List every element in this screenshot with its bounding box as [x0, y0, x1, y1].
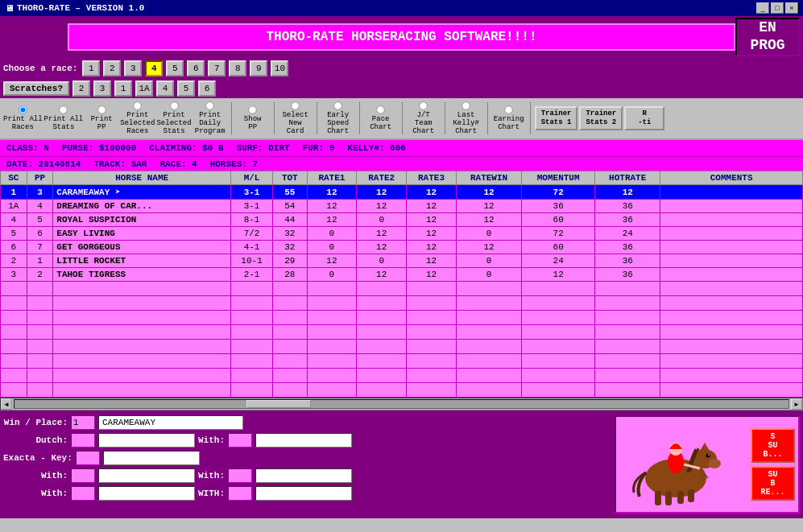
scratch-5[interactable]: 5 — [177, 80, 195, 97]
horse-cartoon-area — [619, 420, 724, 509]
race-btn-1[interactable]: 1 — [82, 60, 100, 76]
with-1-input[interactable] — [71, 468, 95, 483]
dutch-with-input-2[interactable] — [255, 433, 352, 447]
scratch-1[interactable]: 1 — [114, 80, 132, 97]
table-row[interactable]: 21LITTLE ROCKET10-1291201202436 — [1, 254, 803, 268]
purse-info: PURSE: $100000 — [62, 143, 136, 153]
exacta-key-input-2[interactable] — [103, 451, 200, 465]
race-btn-8[interactable]: 8 — [229, 60, 246, 76]
win-place-name-input[interactable] — [98, 415, 243, 430]
table-cell: 28 — [273, 268, 307, 282]
table-cell: ROYAL SUSPICION — [53, 213, 231, 227]
radio-print-all-races[interactable]: Print AllRaces — [3, 105, 43, 132]
r-button[interactable]: R-ti — [624, 106, 664, 130]
table-row[interactable]: 67GET GORGEOUS4-13201212126036 — [1, 241, 803, 254]
title-bar-controls[interactable]: _ □ × — [756, 2, 798, 14]
side-button-1[interactable]: SSUB... — [751, 428, 795, 463]
radio-early-speed-chart[interactable]: EarlySpeedChart — [321, 101, 355, 136]
radio-jt-team-chart[interactable]: J/TTeamChart — [407, 101, 441, 136]
with-row-1-label: With: — [3, 471, 68, 480]
scroll-left-button[interactable]: ◄ — [1, 398, 12, 410]
race-btn-3[interactable]: 3 — [124, 60, 142, 76]
scroll-right-button[interactable]: ► — [791, 398, 802, 410]
table-row[interactable]: 45ROYAL SUSPICION8-14412012126036 — [1, 213, 803, 227]
date-bar: DATE: 20140814 TRACK: SAR RACE: 4 HORSES… — [0, 156, 803, 171]
radio-pace-chart[interactable]: PaceChart — [364, 105, 398, 132]
scrollbar-track[interactable] — [14, 399, 789, 409]
svg-point-5 — [708, 454, 710, 456]
with-capital-input[interactable] — [228, 486, 252, 501]
empty-cell — [407, 383, 457, 398]
radio-print-all-stats[interactable]: Print AllStats — [44, 105, 84, 132]
scratch-4[interactable]: 4 — [156, 80, 174, 97]
bottom-right: SSUB... SUBRE... — [615, 415, 800, 513]
table-cell: 12 — [357, 227, 407, 241]
table-cell: 72 — [522, 185, 595, 200]
radio-print-selected-stats[interactable]: PrintSelectedStats — [156, 101, 191, 136]
empty-cell — [307, 296, 357, 311]
horse-cartoon — [619, 420, 724, 509]
table-cell — [660, 268, 803, 282]
scratch-2[interactable]: 2 — [72, 80, 90, 97]
race-btn-5[interactable]: 5 — [166, 60, 184, 76]
race-btn-7[interactable]: 7 — [208, 60, 226, 76]
empty-cell — [231, 296, 273, 311]
race-btn-10[interactable]: 10 — [271, 60, 288, 76]
horizontal-scrollbar[interactable]: ◄ ► — [0, 398, 803, 410]
fur-info: FUR: 9 — [303, 143, 335, 153]
table-cell: 1A — [1, 200, 27, 213]
table-cell: 44 — [273, 213, 307, 227]
empty-cell — [231, 369, 273, 383]
table-row[interactable]: 1A4DREAMING OF CAR...3-154121212123636 — [1, 200, 803, 213]
empty-cell — [273, 354, 307, 369]
race-btn-2[interactable]: 2 — [103, 60, 121, 76]
race-btn-4[interactable]: 4 — [145, 60, 163, 76]
close-button[interactable]: × — [785, 2, 798, 14]
with-1-input-2[interactable] — [98, 468, 195, 483]
scratches-button[interactable]: Scratches? — [3, 81, 69, 96]
race-btn-9[interactable]: 9 — [250, 60, 267, 76]
radio-print-daily-program[interactable]: PrintDailyProgram — [193, 101, 227, 136]
minimize-button[interactable]: _ — [756, 2, 769, 14]
table-row[interactable]: 32TAHOE TIGRESS2-1280121201236 — [1, 268, 803, 282]
with-2-input-2[interactable] — [98, 486, 195, 501]
table-cell: 4 — [27, 200, 53, 213]
dutch-with-input[interactable] — [228, 433, 252, 447]
with-1-with-input-2[interactable] — [255, 468, 352, 483]
radio-show-pp[interactable]: ShowPP — [236, 105, 270, 132]
empty-cell — [407, 354, 457, 369]
radio-print-pp[interactable]: PrintPP — [85, 105, 118, 132]
scrollbar-thumb[interactable] — [246, 400, 311, 408]
scratch-3[interactable]: 3 — [93, 80, 111, 97]
win-place-num-input[interactable] — [71, 415, 95, 430]
radio-earning-chart[interactable]: EarningChart — [492, 105, 526, 132]
empty-cell — [273, 383, 307, 398]
exacta-key-input[interactable] — [76, 451, 100, 465]
with-label-1: With: — [198, 435, 225, 445]
title-bar: 🖥 THORO-RATE – VERSION 1.0 _ □ × — [0, 0, 803, 16]
table-row[interactable]: 56EASY LIVING7/2320121207224 — [1, 227, 803, 241]
dutch-input-1[interactable] — [71, 433, 95, 447]
race-btn-6[interactable]: 6 — [187, 60, 205, 76]
radio-select-new-card[interactable]: SelectNewCard — [279, 101, 313, 136]
dutch-input-2[interactable] — [98, 433, 195, 447]
table-cell: 54 — [273, 200, 307, 213]
scratch-1a[interactable]: 1A — [135, 80, 153, 97]
with-capital-input-2[interactable] — [255, 486, 352, 501]
maximize-button[interactable]: □ — [771, 2, 784, 14]
empty-cell — [27, 325, 53, 340]
date-info: DATE: 20140814 — [6, 159, 81, 169]
empty-cell — [357, 369, 407, 383]
trainer-stats-1-button[interactable]: TrainerStats 1 — [535, 106, 578, 130]
radio-last-kelly-chart[interactable]: LastKelly#Chart — [449, 101, 483, 136]
side-button-2[interactable]: SUBRE... — [751, 466, 795, 501]
with-1-with-input[interactable] — [228, 468, 252, 483]
empty-cell — [522, 282, 595, 296]
scratch-6[interactable]: 6 — [198, 80, 216, 97]
table-row[interactable]: 13CARAMEAWAY ➤3-155121212127212 — [1, 185, 803, 200]
col-comments: COMMENTS — [660, 171, 803, 185]
trainer-stats-2-button[interactable]: TrainerStats 2 — [579, 106, 623, 130]
with-2-input[interactable] — [71, 486, 95, 501]
table-cell: 36 — [595, 200, 660, 213]
radio-print-selected-races[interactable]: PrintSelectedRaces — [120, 101, 155, 136]
